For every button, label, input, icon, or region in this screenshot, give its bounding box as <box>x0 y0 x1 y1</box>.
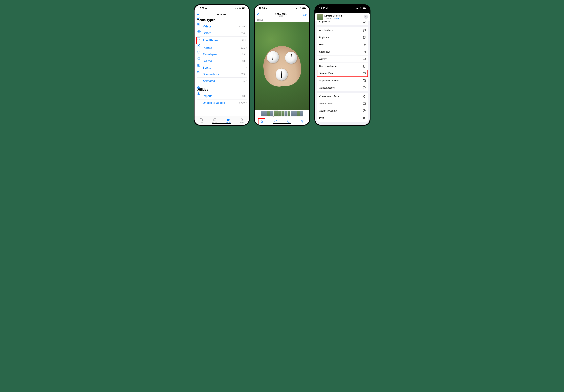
share-button[interactable] <box>258 118 265 124</box>
cellular-icon <box>296 7 298 9</box>
delete-button[interactable] <box>299 118 306 124</box>
cellular-icon <box>235 7 238 9</box>
chevron-right-icon <box>245 95 247 98</box>
status-bar: 10:36 <box>315 5 370 12</box>
action-adjust-date-time[interactable]: Adjust Date & Time <box>317 77 368 84</box>
album-row-selfies[interactable]: Selfies 384 <box>197 30 247 37</box>
row-count: 1 <box>243 66 245 69</box>
edit-button[interactable]: Edit <box>303 14 307 16</box>
status-time: 10:36 <box>319 7 325 10</box>
chevron-right-icon <box>245 53 247 56</box>
thumbnail-strip[interactable] <box>255 110 309 117</box>
chevron-right-icon <box>245 66 247 69</box>
wifi-icon <box>360 7 362 9</box>
action-hide[interactable]: Hide <box>317 41 368 48</box>
album-row-portrait[interactable]: Portrait 331 <box>197 44 247 51</box>
svg-rect-35 <box>363 21 365 23</box>
adjloc-icon <box>362 86 366 90</box>
chevron-right-icon <box>245 39 246 42</box>
album-row-bursts[interactable]: Bursts 1 <box>197 64 247 71</box>
files-icon <box>362 102 366 106</box>
action-save-to-files[interactable]: Save to Files <box>317 100 368 107</box>
album-row-time-lapse[interactable]: Time-lapse 13 <box>197 51 247 58</box>
addalbum-icon <box>362 28 366 32</box>
action-print[interactable]: Print <box>317 114 368 122</box>
location-icon <box>205 7 207 9</box>
home-indicator <box>212 123 231 124</box>
share-sheet: 1 Photo Selected Харьков Options › Copy … <box>315 13 370 125</box>
add-button[interactable]: + <box>197 12 199 17</box>
action-slideshow[interactable]: Slideshow <box>317 48 368 56</box>
photo-date: 1 May 2021 <box>275 13 286 15</box>
row-label: Selfies <box>203 31 241 35</box>
airplay-icon <box>362 57 366 61</box>
live-badge[interactable]: LIVE <box>255 18 309 22</box>
share-location: Харьков <box>324 17 331 19</box>
album-row-unable-to-upload[interactable]: Unable to Upload 4 710 <box>197 99 247 106</box>
action-add-to-album[interactable]: Add to Album <box>317 27 368 34</box>
chevron-right-icon <box>245 25 247 28</box>
row-label: Screenshots <box>203 73 241 76</box>
nav-title: Albums <box>217 13 226 16</box>
row-count: 13 <box>242 53 245 56</box>
album-row-imports[interactable]: Imports 68 <box>197 93 247 99</box>
album-row-animated[interactable]: Animated 1 <box>197 78 247 84</box>
row-count: 13 <box>242 60 245 63</box>
share-header: 1 Photo Selected Харьков Options › <box>315 13 370 21</box>
wifi-icon <box>239 7 241 9</box>
svg-rect-19 <box>200 119 203 121</box>
photo-viewport[interactable] <box>255 22 309 110</box>
live-icon <box>257 19 259 21</box>
album-row-live-photos[interactable]: Live Photos 41 <box>197 37 246 44</box>
tab-library[interactable]: Library <box>195 116 208 125</box>
row-label: Videos <box>203 25 239 28</box>
slideshow-icon <box>362 50 366 54</box>
duplicate-icon <box>362 36 366 39</box>
album-row-slo-mo[interactable]: Slo-mo 13 <box>197 58 247 64</box>
back-button[interactable] <box>257 13 259 17</box>
album-row-videos[interactable]: Videos 1 039 <box>197 23 247 30</box>
battery-icon <box>242 7 245 9</box>
album-row-screenshots[interactable]: Screenshots 815 <box>197 71 247 78</box>
section-media-types: Media Types <box>197 18 247 22</box>
svg-point-24 <box>241 119 242 120</box>
action-airplay[interactable]: AirPlay <box>317 56 368 63</box>
share-options-link[interactable]: Options › <box>332 17 339 19</box>
svg-point-11 <box>197 51 200 53</box>
action-assign-to-contact[interactable]: Assign to Contact <box>317 107 368 114</box>
action-create-watch-face[interactable]: Create Watch Face <box>317 93 368 100</box>
row-label: Imports <box>203 95 242 98</box>
svg-rect-51 <box>364 117 365 117</box>
svg-point-10 <box>198 45 199 46</box>
action-duplicate[interactable]: Duplicate <box>317 34 368 41</box>
action-copy-photo[interactable]: Copy Photo <box>317 21 368 25</box>
upload-icon <box>197 101 201 105</box>
action-use-as-wallpaper[interactable]: Use as Wallpaper <box>317 63 368 70</box>
svg-rect-16 <box>198 65 199 66</box>
svg-rect-20 <box>200 118 202 119</box>
status-icons <box>356 7 366 9</box>
row-count: 331 <box>241 46 245 49</box>
svg-point-5 <box>198 24 199 24</box>
row-label: Portrait <box>203 46 241 49</box>
chevron-right-icon <box>245 80 247 82</box>
action-save-as-video[interactable]: Save as Video <box>317 70 368 77</box>
chevron-right-icon <box>245 73 247 76</box>
battery-icon <box>302 7 306 9</box>
svg-rect-1 <box>242 8 244 9</box>
nav-bar: + Albums <box>195 12 249 17</box>
row-label: Live Photos <box>203 39 242 42</box>
battery-icon <box>363 7 366 9</box>
savevideo-icon <box>362 71 366 75</box>
share-title: 1 Photo Selected <box>324 14 342 17</box>
phone-share-sheet: 10:36 1 Photo Selected Харьков Options › <box>314 4 370 126</box>
share-actions-list: Copy Photo Add to Album Duplicate Hide S… <box>315 21 370 125</box>
svg-rect-2 <box>245 8 245 9</box>
row-count: 384 <box>241 32 245 35</box>
action-adjust-location[interactable]: Adjust Location <box>317 84 368 91</box>
chevron-right-icon <box>245 101 247 104</box>
photo-time: 12:05 <box>275 15 286 17</box>
svg-rect-33 <box>363 8 365 9</box>
close-button[interactable] <box>364 15 368 19</box>
tab-search[interactable]: Search <box>235 116 249 125</box>
